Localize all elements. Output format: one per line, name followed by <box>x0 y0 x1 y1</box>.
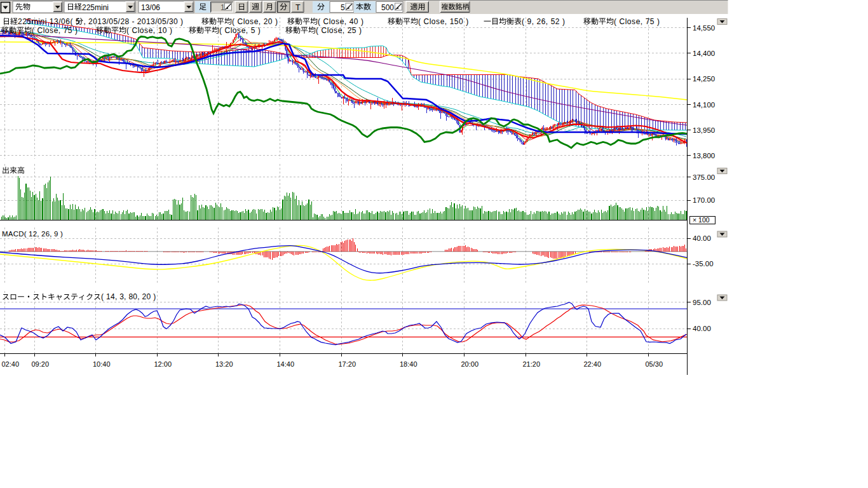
svg-text:170.00: 170.00 <box>693 196 715 204</box>
svg-text:09:20: 09:20 <box>32 360 50 368</box>
svg-text:225mini 13/06( 5: 225mini 13/06( 5 <box>18 17 80 26</box>
svg-text:( Close, 150 ): ( Close, 150 ) <box>418 17 469 26</box>
svg-text:13:20: 13:20 <box>215 360 233 368</box>
svg-text:14,100: 14,100 <box>693 101 715 109</box>
svg-text:225mini: 225mini <box>82 3 109 12</box>
svg-text:22:40: 22:40 <box>584 360 602 368</box>
svg-text:( Close, 75 ): ( Close, 75 ) <box>32 26 78 35</box>
svg-text:13,950: 13,950 <box>693 126 715 134</box>
svg-text:21:20: 21:20 <box>523 360 541 368</box>
svg-text:( Close, 10 ): ( Close, 10 ) <box>126 26 173 35</box>
svg-text:T: T <box>295 3 301 12</box>
svg-text:13/06: 13/06 <box>141 3 160 12</box>
svg-text:14,250: 14,250 <box>693 75 715 83</box>
svg-text:5: 5 <box>341 3 345 12</box>
svg-text:375.00: 375.00 <box>693 173 715 181</box>
svg-text:( Close, 25 ): ( Close, 25 ) <box>316 26 362 35</box>
svg-text:, 2013/05/28 - 2013/05/30 ): , 2013/05/28 - 2013/05/30 ) <box>84 17 184 26</box>
svg-text:95.00: 95.00 <box>693 299 711 306</box>
svg-text:( Close, 20 ): ( Close, 20 ) <box>232 17 278 26</box>
svg-text:18:40: 18:40 <box>400 360 417 368</box>
svg-text:13,800: 13,800 <box>693 152 715 159</box>
svg-text:14,400: 14,400 <box>693 50 715 57</box>
svg-text:( Close, 75 ): ( Close, 75 ) <box>614 17 660 26</box>
svg-text:02:40: 02:40 <box>2 360 20 368</box>
svg-text:14:40: 14:40 <box>277 360 295 368</box>
svg-text:05/30: 05/30 <box>646 360 663 368</box>
svg-text:( Close, 5 ): ( Close, 5 ) <box>219 26 261 35</box>
svg-text:( 14, 3, 80, 20 ): ( 14, 3, 80, 20 ) <box>101 292 156 301</box>
svg-text:17:20: 17:20 <box>339 360 356 368</box>
svg-text:-35.00: -35.00 <box>693 260 714 268</box>
svg-text:20:00: 20:00 <box>461 360 479 368</box>
svg-text:MACD( 12, 26, 9 ): MACD( 12, 26, 9 ) <box>2 230 63 238</box>
svg-text:40.00: 40.00 <box>693 234 711 242</box>
svg-text:× 100: × 100 <box>693 216 710 224</box>
svg-text:12:00: 12:00 <box>154 360 172 368</box>
svg-text:( Close, 40 ): ( Close, 40 ) <box>318 17 364 26</box>
svg-text:14,550: 14,550 <box>693 24 715 32</box>
svg-text:1: 1 <box>220 3 225 12</box>
svg-text:40.00: 40.00 <box>693 325 711 332</box>
svg-text:( 9, 26, 52 ): ( 9, 26, 52 ) <box>522 17 566 26</box>
svg-text:10:40: 10:40 <box>93 360 111 368</box>
svg-text:500: 500 <box>381 3 394 12</box>
